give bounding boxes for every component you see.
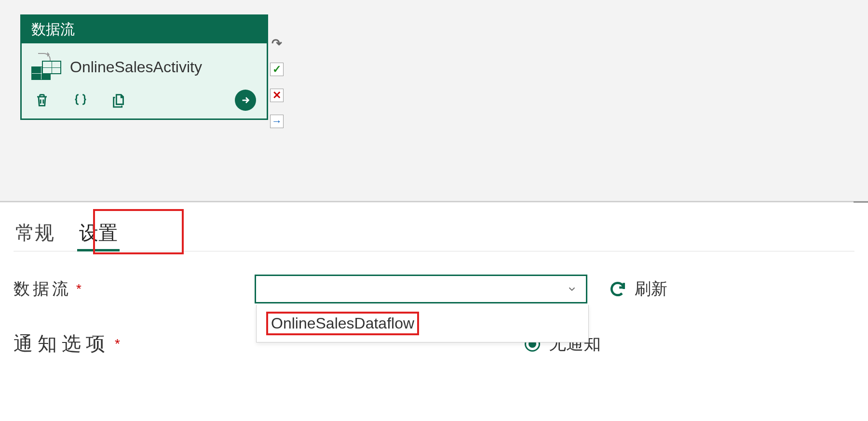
- chevron-down-icon: [567, 284, 577, 294]
- required-indicator: *: [76, 281, 84, 297]
- tab-general[interactable]: 常规: [14, 218, 56, 251]
- field-label-notify: 通知选项 *: [14, 330, 255, 357]
- success-connector-icon[interactable]: ✓: [270, 63, 284, 76]
- properties-panel: 常规 设置 数据流 * OnlineSalesDataflow 刷新 通知选项 …: [0, 202, 868, 357]
- dataflow-dropdown-list[interactable]: OnlineSalesDataflow: [256, 305, 589, 342]
- field-label-notify-text: 通知选项: [14, 330, 110, 357]
- field-label-text: 数据流: [14, 278, 71, 300]
- activity-name-label: OnlineSalesActivity: [70, 58, 202, 76]
- field-row-dataflow: 数据流 * OnlineSalesDataflow 刷新: [14, 275, 854, 303]
- completion-connector-icon[interactable]: →: [270, 115, 284, 128]
- connector-icons: ↷ ✓ ✕ →: [270, 37, 284, 128]
- refresh-button[interactable]: 刷新: [609, 278, 667, 300]
- activity-header: 数据流: [22, 16, 267, 43]
- refresh-label: 刷新: [635, 278, 667, 300]
- braces-button[interactable]: [71, 91, 90, 110]
- pipeline-canvas[interactable]: 数据流 OnlineSalesActivity: [0, 0, 868, 202]
- refresh-icon: [609, 280, 627, 298]
- failure-connector-icon[interactable]: ✕: [270, 89, 284, 102]
- run-button[interactable]: [235, 90, 256, 111]
- copy-button[interactable]: [109, 91, 129, 110]
- field-label-dataflow: 数据流 *: [14, 278, 255, 300]
- dataflow-icon: [31, 54, 61, 80]
- required-indicator: *: [115, 336, 125, 352]
- delete-button[interactable]: [32, 91, 52, 110]
- tab-settings[interactable]: 设置: [77, 218, 120, 251]
- tabs: 常规 设置: [14, 211, 854, 251]
- dataflow-dropdown[interactable]: OnlineSalesDataflow: [255, 275, 587, 303]
- activity-node-dataflow[interactable]: 数据流 OnlineSalesActivity: [20, 14, 268, 120]
- refresh-connector-icon[interactable]: ↷: [270, 37, 284, 50]
- dataflow-option-0[interactable]: OnlineSalesDataflow: [266, 312, 419, 335]
